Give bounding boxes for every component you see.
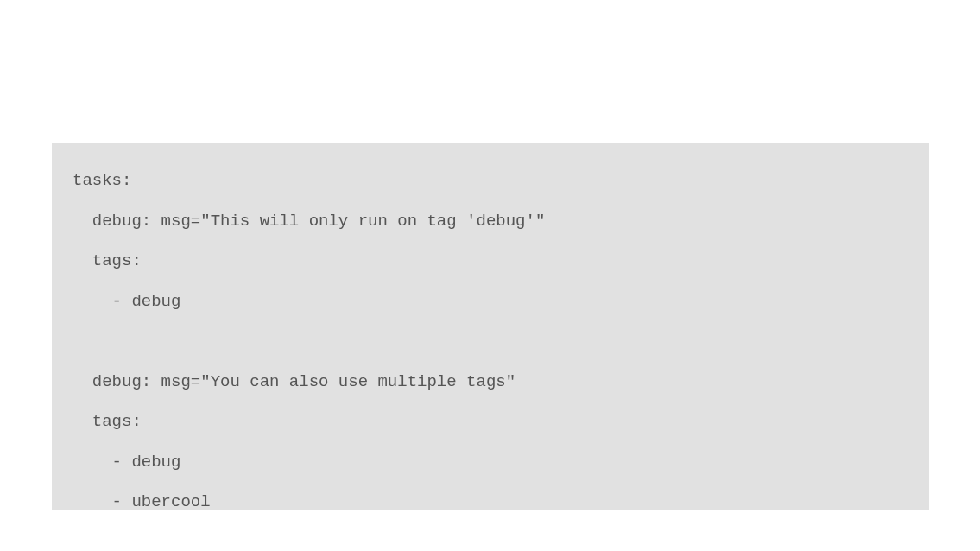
- code-line: - ubercool: [73, 492, 211, 510]
- code-line: tags:: [73, 412, 142, 431]
- code-line: - debug: [73, 453, 180, 472]
- code-line: debug: msg="This will only run on tag 'd…: [73, 212, 545, 231]
- code-line: - debug: [73, 292, 180, 311]
- code-line: tags:: [73, 251, 142, 270]
- code-block: tasks: debug: msg="This will only run on…: [52, 143, 929, 510]
- code-line: tasks:: [73, 171, 131, 190]
- code-line: debug: msg="You can also use multiple ta…: [73, 372, 515, 391]
